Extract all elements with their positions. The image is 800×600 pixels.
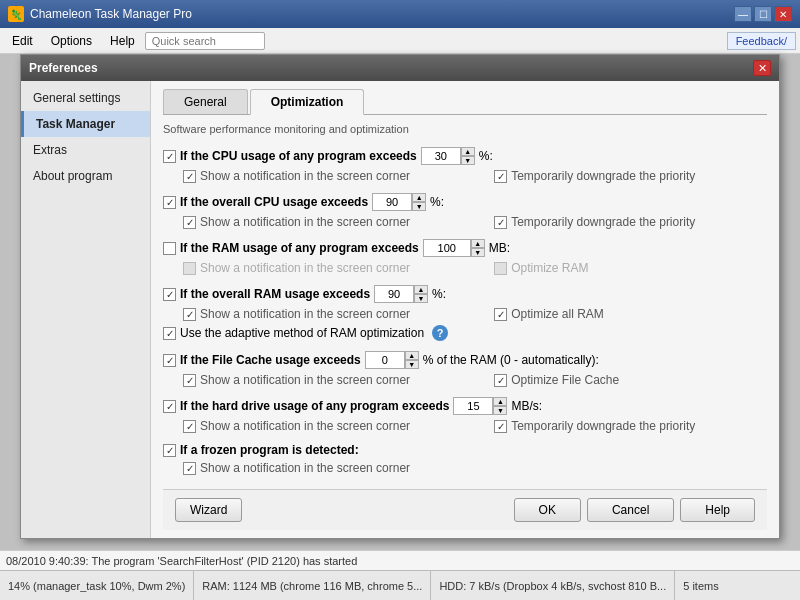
checkbox-hard-drive-notify[interactable] [183, 420, 196, 433]
title-bar: 🦎 Chameleon Task Manager Pro — ☐ ✕ [0, 0, 800, 28]
checkbox-ram-optimize[interactable] [494, 262, 507, 275]
help-icon-adaptive-ram[interactable]: ? [432, 325, 448, 341]
checkbox-optimize-all-ram[interactable] [494, 308, 507, 321]
sub-row-cpu-program-notify: Show a notification in the screen corner… [183, 169, 767, 183]
tabs: General Optimization [163, 89, 767, 115]
spinner-up-overall-ram[interactable]: ▲ [414, 285, 428, 294]
footer-left: Wizard [175, 498, 514, 522]
option-row-file-cache: If the File Cache usage exceeds ▲ ▼ % of… [163, 351, 767, 369]
spinner-down-ram-program[interactable]: ▼ [471, 248, 485, 257]
spinner-down-cpu-program[interactable]: ▼ [461, 156, 475, 165]
label-adaptive-ram: Use the adaptive method of RAM optimizat… [180, 326, 424, 340]
footer-right: OK Cancel Help [514, 498, 755, 522]
status-bar: 14% (manager_task 10%, Dwm 2%) RAM: 1124… [0, 570, 800, 600]
nav-extras[interactable]: Extras [21, 137, 150, 163]
checkbox-overall-cpu-notify[interactable] [183, 216, 196, 229]
dialog-title-bar: Preferences ✕ [21, 55, 779, 81]
spinner-down-file-cache[interactable]: ▼ [405, 360, 419, 369]
nav-task-manager[interactable]: Task Manager [21, 111, 150, 137]
log-bar: 08/2010 9:40:39: The program 'SearchFilt… [0, 550, 800, 570]
menu-help[interactable]: Help [102, 32, 143, 50]
input-group-overall-ram: ▲ ▼ [374, 285, 428, 303]
checkbox-overall-cpu[interactable] [163, 196, 176, 209]
option-row-overall-ram: If the overall RAM usage exceeds ▲ ▼ %: [163, 285, 767, 303]
checkbox-optimize-file-cache[interactable] [494, 374, 507, 387]
preferences-dialog: Preferences ✕ General settings Task Mana… [20, 54, 780, 539]
checkbox-file-cache[interactable] [163, 354, 176, 367]
spinner-up-ram-program[interactable]: ▲ [471, 239, 485, 248]
input-group-cpu-program: ▲ ▼ [421, 147, 475, 165]
label-frozen: If a frozen program is detected: [180, 443, 359, 457]
tab-optimization[interactable]: Optimization [250, 89, 365, 115]
dialog-close-button[interactable]: ✕ [753, 60, 771, 76]
checkbox-cpu-program-notify[interactable] [183, 170, 196, 183]
option-row-hard-drive: If the hard drive usage of any program e… [163, 397, 767, 415]
maximize-button[interactable]: ☐ [754, 6, 772, 22]
minimize-button[interactable]: — [734, 6, 752, 22]
search-input[interactable] [145, 32, 265, 50]
spinner-up-hard-drive[interactable]: ▲ [493, 397, 507, 406]
unit-overall-cpu: %: [430, 195, 444, 209]
spinner-up-overall-cpu[interactable]: ▲ [412, 193, 426, 202]
sub-row-hard-drive: Show a notification in the screen corner… [183, 419, 767, 433]
checkbox-overall-ram-notify[interactable] [183, 308, 196, 321]
label-overall-cpu-notify: Show a notification in the screen corner [200, 215, 410, 229]
checkbox-adaptive-ram[interactable] [163, 327, 176, 340]
status-ram: RAM: 1124 MB (chrome 116 MB, chrome 5... [194, 571, 431, 600]
close-button[interactable]: ✕ [774, 6, 792, 22]
spinner-down-overall-cpu[interactable]: ▼ [412, 202, 426, 211]
unit-file-cache: % of the RAM (0 - automatically): [423, 353, 599, 367]
checkbox-overall-ram[interactable] [163, 288, 176, 301]
input-group-overall-cpu: ▲ ▼ [372, 193, 426, 211]
checkbox-hard-drive-downgrade[interactable] [494, 420, 507, 433]
preferences-nav: General settings Task Manager Extras Abo… [21, 81, 151, 538]
nav-about[interactable]: About program [21, 163, 150, 189]
checkbox-cpu-program[interactable] [163, 150, 176, 163]
menu-edit[interactable]: Edit [4, 32, 41, 50]
spinner-cpu-program: ▲ ▼ [461, 147, 475, 165]
input-group-hard-drive: ▲ ▼ [453, 397, 507, 415]
preferences-content: General Optimization Software performanc… [151, 81, 779, 538]
help-button[interactable]: Help [680, 498, 755, 522]
menu-options[interactable]: Options [43, 32, 100, 50]
menu-bar: Edit Options Help Feedback/ [0, 28, 800, 54]
label-hard-drive: If the hard drive usage of any program e… [180, 399, 449, 413]
title-controls: — ☐ ✕ [734, 6, 792, 22]
spinner-down-overall-ram[interactable]: ▼ [414, 294, 428, 303]
status-cpu: 14% (manager_task 10%, Dwm 2%) [0, 571, 194, 600]
checkbox-file-cache-notify[interactable] [183, 374, 196, 387]
wizard-button[interactable]: Wizard [175, 498, 242, 522]
checkbox-hard-drive[interactable] [163, 400, 176, 413]
nav-general-settings[interactable]: General settings [21, 85, 150, 111]
unit-overall-ram: %: [432, 287, 446, 301]
input-ram-program[interactable] [423, 239, 471, 257]
option-row-overall-cpu: If the overall CPU usage exceeds ▲ ▼ %: [163, 193, 767, 211]
input-file-cache[interactable] [365, 351, 405, 369]
input-cpu-program[interactable] [421, 147, 461, 165]
tab-general[interactable]: General [163, 89, 248, 114]
checkbox-ram-program[interactable] [163, 242, 176, 255]
title-bar-left: 🦎 Chameleon Task Manager Pro [8, 6, 192, 22]
spinner-up-file-cache[interactable]: ▲ [405, 351, 419, 360]
cancel-button[interactable]: Cancel [587, 498, 674, 522]
label-hard-drive-notify: Show a notification in the screen corner [200, 419, 410, 433]
spinner-down-hard-drive[interactable]: ▼ [493, 406, 507, 415]
checkbox-frozen-notify[interactable] [183, 462, 196, 475]
app-title: Chameleon Task Manager Pro [30, 7, 192, 21]
sub-row-overall-ram: Show a notification in the screen corner… [183, 307, 767, 321]
ok-button[interactable]: OK [514, 498, 581, 522]
checkbox-ram-program-notify[interactable] [183, 262, 196, 275]
sub-row-frozen: Show a notification in the screen corner [183, 461, 767, 475]
feedback-button[interactable]: Feedback/ [727, 32, 796, 50]
checkbox-overall-cpu-downgrade[interactable] [494, 216, 507, 229]
input-hard-drive[interactable] [453, 397, 493, 415]
label-hard-drive-downgrade: Temporarily downgrade the priority [511, 419, 695, 433]
spinner-up-cpu-program[interactable]: ▲ [461, 147, 475, 156]
unit-cpu-program: %: [479, 149, 493, 163]
input-overall-ram[interactable] [374, 285, 414, 303]
label-optimize-file-cache: Optimize File Cache [511, 373, 619, 387]
option-row-adaptive-ram: Use the adaptive method of RAM optimizat… [163, 325, 767, 341]
checkbox-frozen[interactable] [163, 444, 176, 457]
input-overall-cpu[interactable] [372, 193, 412, 211]
checkbox-cpu-program-downgrade[interactable] [494, 170, 507, 183]
